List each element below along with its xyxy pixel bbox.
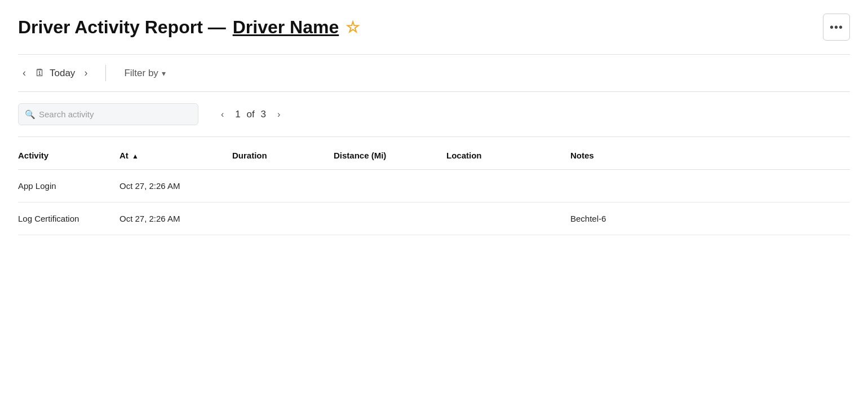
calendar-icon: 🗓 [35,67,45,79]
next-page-button[interactable]: › [273,107,285,122]
table-row: App LoginOct 27, 2:26 AM [18,170,850,202]
search-icon: 🔍 [25,109,36,120]
title-prefix: Driver Activity Report — [18,17,226,38]
star-icon[interactable]: ☆ [346,18,360,37]
search-divider [18,137,850,137]
col-location-label: Location [446,151,482,160]
prev-page-button[interactable]: ‹ [216,107,228,122]
col-header-notes: Notes [570,142,850,170]
total-pages: 3 [260,109,265,120]
cell-at-0: Oct 27, 2:26 AM [119,170,232,202]
cell-duration-1 [232,202,334,235]
cell-notes-1: Bechtel-6 [570,202,850,235]
prev-date-button[interactable]: ‹ [18,65,30,81]
col-header-distance: Distance (Mi) [334,142,446,170]
chevron-down-icon: ▾ [162,69,166,78]
next-date-button[interactable]: › [79,65,92,81]
header-row: Driver Activity Report — Driver Name ☆ •… [18,14,850,41]
page-separator: of [247,109,255,120]
next-date-icon: › [84,67,87,78]
page-container: Driver Activity Report — Driver Name ☆ •… [0,0,868,405]
filter-label: Filter by [124,68,158,79]
search-row: 🔍 ‹ 1 of 3 › [18,92,850,137]
activity-table: Activity At ▲ Duration Distance (Mi) Loc… [18,142,850,235]
next-page-icon: › [277,109,280,119]
more-icon: ••• [830,21,843,34]
pagination-controls: ‹ 1 of 3 › [216,107,285,122]
toolbar-row: ‹ 🗓 Today › Filter by ▾ [18,55,850,91]
col-header-duration: Duration [232,142,334,170]
current-page: 1 [235,109,240,120]
col-header-activity: Activity [18,142,119,170]
prev-page-icon: ‹ [221,109,224,119]
col-activity-label: Activity [18,151,48,160]
cell-location-0 [446,170,570,202]
col-distance-label: Distance (Mi) [334,151,386,160]
col-header-location: Location [446,142,570,170]
cell-at-1: Oct 27, 2:26 AM [119,202,232,235]
table-header: Activity At ▲ Duration Distance (Mi) Loc… [18,142,850,170]
search-wrapper: 🔍 [18,103,198,125]
more-options-button[interactable]: ••• [823,14,850,41]
filter-by-button[interactable]: Filter by ▾ [119,65,170,81]
page-title: Driver Activity Report — Driver Name ☆ [18,17,360,38]
cell-activity-0: App Login [18,170,119,202]
prev-date-icon: ‹ [23,67,26,78]
cell-distance-1 [334,202,446,235]
col-notes-label: Notes [570,151,594,160]
table-row: Log CertificationOct 27, 2:26 AMBechtel-… [18,202,850,235]
cell-activity-1: Log Certification [18,202,119,235]
cell-location-1 [446,202,570,235]
page-indicator: 1 of 3 [235,109,266,120]
cell-notes-0 [570,170,850,202]
driver-name-link[interactable]: Driver Name [233,17,339,38]
table-header-row: Activity At ▲ Duration Distance (Mi) Loc… [18,142,850,170]
date-navigation: ‹ 🗓 Today › [18,65,106,81]
search-input[interactable] [18,103,198,125]
date-label: Today [50,68,75,79]
table-body: App LoginOct 27, 2:26 AMLog Certificatio… [18,170,850,235]
col-duration-label: Duration [232,151,267,160]
cell-distance-0 [334,170,446,202]
cell-duration-0 [232,170,334,202]
col-header-at[interactable]: At ▲ [119,142,232,170]
sort-asc-icon: ▲ [132,152,139,160]
col-at-label: At [119,151,129,160]
